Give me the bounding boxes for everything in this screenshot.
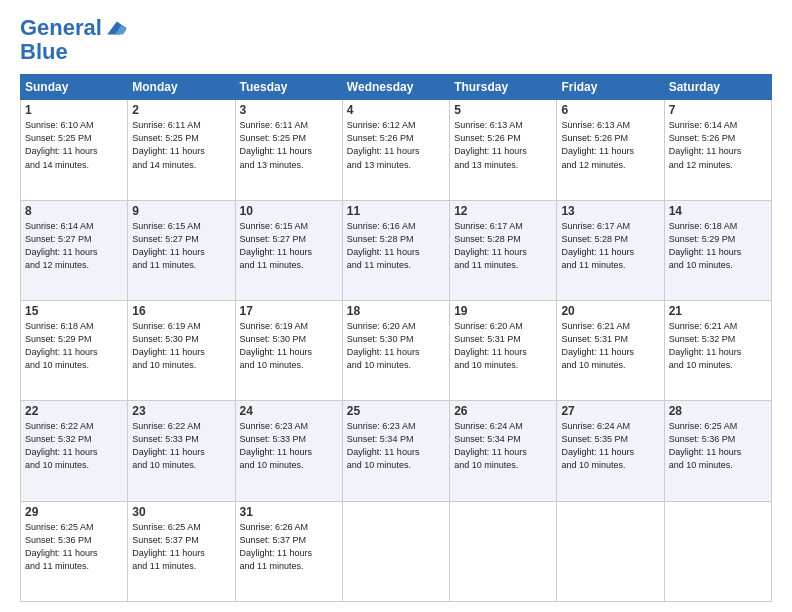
day-number: 2 — [132, 103, 230, 117]
day-info: Sunrise: 6:12 AM Sunset: 5:26 PM Dayligh… — [347, 119, 445, 171]
day-number: 31 — [240, 505, 338, 519]
day-info: Sunrise: 6:16 AM Sunset: 5:28 PM Dayligh… — [347, 220, 445, 272]
day-info: Sunrise: 6:17 AM Sunset: 5:28 PM Dayligh… — [561, 220, 659, 272]
weekday-header-wednesday: Wednesday — [342, 75, 449, 100]
day-info: Sunrise: 6:24 AM Sunset: 5:34 PM Dayligh… — [454, 420, 552, 472]
calendar-cell: 26Sunrise: 6:24 AM Sunset: 5:34 PM Dayli… — [450, 401, 557, 501]
calendar-cell — [342, 501, 449, 601]
logo-text: General — [20, 16, 102, 40]
calendar-cell: 19Sunrise: 6:20 AM Sunset: 5:31 PM Dayli… — [450, 301, 557, 401]
logo-text-blue: Blue — [20, 40, 128, 64]
calendar-cell: 25Sunrise: 6:23 AM Sunset: 5:34 PM Dayli… — [342, 401, 449, 501]
weekday-header-tuesday: Tuesday — [235, 75, 342, 100]
day-info: Sunrise: 6:14 AM Sunset: 5:27 PM Dayligh… — [25, 220, 123, 272]
header: General Blue — [20, 16, 772, 64]
calendar-cell: 11Sunrise: 6:16 AM Sunset: 5:28 PM Dayli… — [342, 200, 449, 300]
day-number: 4 — [347, 103, 445, 117]
day-number: 22 — [25, 404, 123, 418]
day-number: 7 — [669, 103, 767, 117]
day-info: Sunrise: 6:21 AM Sunset: 5:31 PM Dayligh… — [561, 320, 659, 372]
day-number: 17 — [240, 304, 338, 318]
day-info: Sunrise: 6:10 AM Sunset: 5:25 PM Dayligh… — [25, 119, 123, 171]
weekday-header-thursday: Thursday — [450, 75, 557, 100]
calendar-cell: 13Sunrise: 6:17 AM Sunset: 5:28 PM Dayli… — [557, 200, 664, 300]
day-number: 8 — [25, 204, 123, 218]
calendar-cell: 15Sunrise: 6:18 AM Sunset: 5:29 PM Dayli… — [21, 301, 128, 401]
calendar-week-3: 15Sunrise: 6:18 AM Sunset: 5:29 PM Dayli… — [21, 301, 772, 401]
day-info: Sunrise: 6:23 AM Sunset: 5:33 PM Dayligh… — [240, 420, 338, 472]
day-info: Sunrise: 6:22 AM Sunset: 5:33 PM Dayligh… — [132, 420, 230, 472]
day-info: Sunrise: 6:15 AM Sunset: 5:27 PM Dayligh… — [240, 220, 338, 272]
day-number: 9 — [132, 204, 230, 218]
calendar-cell: 4Sunrise: 6:12 AM Sunset: 5:26 PM Daylig… — [342, 100, 449, 200]
day-info: Sunrise: 6:25 AM Sunset: 5:37 PM Dayligh… — [132, 521, 230, 573]
calendar-table: SundayMondayTuesdayWednesdayThursdayFrid… — [20, 74, 772, 602]
calendar-cell — [664, 501, 771, 601]
day-info: Sunrise: 6:20 AM Sunset: 5:30 PM Dayligh… — [347, 320, 445, 372]
calendar-cell: 22Sunrise: 6:22 AM Sunset: 5:32 PM Dayli… — [21, 401, 128, 501]
day-number: 21 — [669, 304, 767, 318]
calendar-cell: 10Sunrise: 6:15 AM Sunset: 5:27 PM Dayli… — [235, 200, 342, 300]
day-number: 6 — [561, 103, 659, 117]
calendar-cell: 30Sunrise: 6:25 AM Sunset: 5:37 PM Dayli… — [128, 501, 235, 601]
calendar-cell: 31Sunrise: 6:26 AM Sunset: 5:37 PM Dayli… — [235, 501, 342, 601]
day-info: Sunrise: 6:22 AM Sunset: 5:32 PM Dayligh… — [25, 420, 123, 472]
calendar-cell: 17Sunrise: 6:19 AM Sunset: 5:30 PM Dayli… — [235, 301, 342, 401]
calendar-week-5: 29Sunrise: 6:25 AM Sunset: 5:36 PM Dayli… — [21, 501, 772, 601]
calendar-cell: 7Sunrise: 6:14 AM Sunset: 5:26 PM Daylig… — [664, 100, 771, 200]
calendar-week-4: 22Sunrise: 6:22 AM Sunset: 5:32 PM Dayli… — [21, 401, 772, 501]
day-number: 15 — [25, 304, 123, 318]
day-info: Sunrise: 6:21 AM Sunset: 5:32 PM Dayligh… — [669, 320, 767, 372]
calendar-cell: 2Sunrise: 6:11 AM Sunset: 5:25 PM Daylig… — [128, 100, 235, 200]
calendar-week-2: 8Sunrise: 6:14 AM Sunset: 5:27 PM Daylig… — [21, 200, 772, 300]
day-number: 19 — [454, 304, 552, 318]
weekday-header-saturday: Saturday — [664, 75, 771, 100]
day-info: Sunrise: 6:23 AM Sunset: 5:34 PM Dayligh… — [347, 420, 445, 472]
calendar-cell — [450, 501, 557, 601]
day-info: Sunrise: 6:14 AM Sunset: 5:26 PM Dayligh… — [669, 119, 767, 171]
day-number: 20 — [561, 304, 659, 318]
day-number: 26 — [454, 404, 552, 418]
day-number: 25 — [347, 404, 445, 418]
day-number: 27 — [561, 404, 659, 418]
day-info: Sunrise: 6:18 AM Sunset: 5:29 PM Dayligh… — [669, 220, 767, 272]
day-number: 11 — [347, 204, 445, 218]
weekday-header-monday: Monday — [128, 75, 235, 100]
day-number: 13 — [561, 204, 659, 218]
calendar-cell: 28Sunrise: 6:25 AM Sunset: 5:36 PM Dayli… — [664, 401, 771, 501]
calendar-cell: 9Sunrise: 6:15 AM Sunset: 5:27 PM Daylig… — [128, 200, 235, 300]
calendar-cell: 18Sunrise: 6:20 AM Sunset: 5:30 PM Dayli… — [342, 301, 449, 401]
day-number: 18 — [347, 304, 445, 318]
calendar-body: 1Sunrise: 6:10 AM Sunset: 5:25 PM Daylig… — [21, 100, 772, 602]
calendar-cell: 1Sunrise: 6:10 AM Sunset: 5:25 PM Daylig… — [21, 100, 128, 200]
day-number: 24 — [240, 404, 338, 418]
day-info: Sunrise: 6:11 AM Sunset: 5:25 PM Dayligh… — [240, 119, 338, 171]
day-info: Sunrise: 6:19 AM Sunset: 5:30 PM Dayligh… — [132, 320, 230, 372]
day-info: Sunrise: 6:20 AM Sunset: 5:31 PM Dayligh… — [454, 320, 552, 372]
day-info: Sunrise: 6:11 AM Sunset: 5:25 PM Dayligh… — [132, 119, 230, 171]
day-number: 16 — [132, 304, 230, 318]
calendar-cell: 3Sunrise: 6:11 AM Sunset: 5:25 PM Daylig… — [235, 100, 342, 200]
day-info: Sunrise: 6:26 AM Sunset: 5:37 PM Dayligh… — [240, 521, 338, 573]
day-info: Sunrise: 6:15 AM Sunset: 5:27 PM Dayligh… — [132, 220, 230, 272]
page: General Blue SundayMondayTuesdayWednesda… — [0, 0, 792, 612]
logo: General Blue — [20, 16, 128, 64]
logo-icon — [104, 16, 128, 40]
day-info: Sunrise: 6:25 AM Sunset: 5:36 PM Dayligh… — [669, 420, 767, 472]
day-number: 30 — [132, 505, 230, 519]
calendar-week-1: 1Sunrise: 6:10 AM Sunset: 5:25 PM Daylig… — [21, 100, 772, 200]
calendar-cell: 16Sunrise: 6:19 AM Sunset: 5:30 PM Dayli… — [128, 301, 235, 401]
calendar-cell: 6Sunrise: 6:13 AM Sunset: 5:26 PM Daylig… — [557, 100, 664, 200]
day-number: 29 — [25, 505, 123, 519]
weekday-header-sunday: Sunday — [21, 75, 128, 100]
calendar-cell: 8Sunrise: 6:14 AM Sunset: 5:27 PM Daylig… — [21, 200, 128, 300]
day-number: 1 — [25, 103, 123, 117]
calendar-cell: 29Sunrise: 6:25 AM Sunset: 5:36 PM Dayli… — [21, 501, 128, 601]
day-info: Sunrise: 6:24 AM Sunset: 5:35 PM Dayligh… — [561, 420, 659, 472]
day-info: Sunrise: 6:13 AM Sunset: 5:26 PM Dayligh… — [454, 119, 552, 171]
day-number: 14 — [669, 204, 767, 218]
day-number: 5 — [454, 103, 552, 117]
day-info: Sunrise: 6:25 AM Sunset: 5:36 PM Dayligh… — [25, 521, 123, 573]
calendar-cell: 23Sunrise: 6:22 AM Sunset: 5:33 PM Dayli… — [128, 401, 235, 501]
day-number: 10 — [240, 204, 338, 218]
